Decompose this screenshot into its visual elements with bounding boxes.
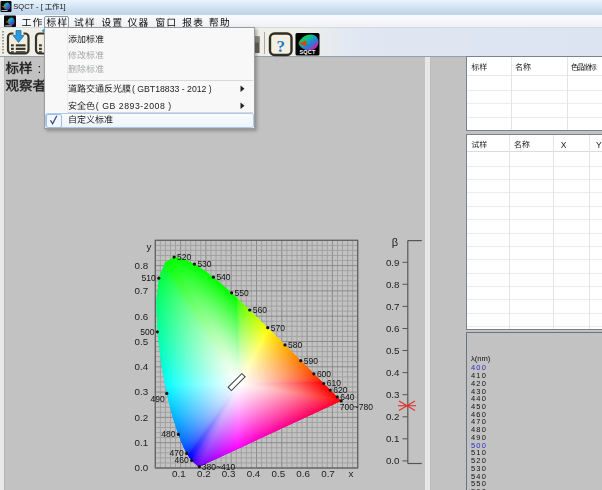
svg-text:( GBT18833 - 2012 ): ( GBT18833 - 2012 ) bbox=[132, 84, 212, 94]
svg-text:( GB 2893-2008 ): ( GB 2893-2008 ) bbox=[96, 101, 172, 111]
